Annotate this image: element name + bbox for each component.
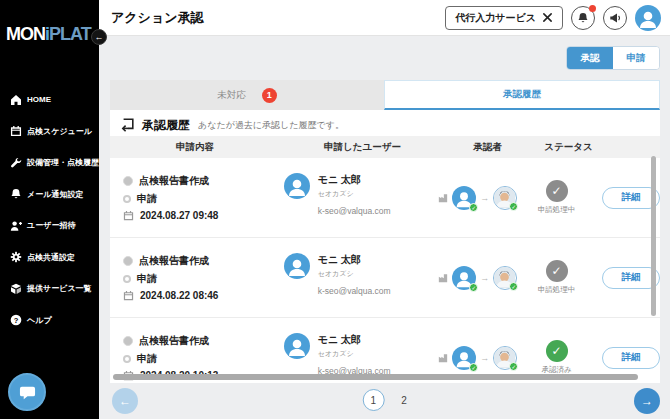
flow-arrow-icon: → <box>480 273 489 283</box>
vertical-scrollbar[interactable] <box>651 156 656 316</box>
approved-badge-icon: ✓ <box>509 202 518 211</box>
sidebar-item-label: 提供サービス一覧 <box>27 283 92 294</box>
sidebar-collapse-button[interactable]: ← <box>91 29 107 45</box>
bell-icon <box>577 12 589 24</box>
sidebar-item-label: 点検共通設定 <box>27 252 75 263</box>
next-page-button[interactable]: → <box>634 388 660 414</box>
solid-bullet-icon <box>123 336 133 346</box>
tab-pending[interactable]: 未対応 1 <box>110 80 384 110</box>
detail-button[interactable]: 詳細 <box>602 347 660 369</box>
sidebar-item-4[interactable]: ユーザー招待 <box>0 210 99 242</box>
horizontal-scrollbar[interactable] <box>113 374 638 380</box>
gear-icon <box>10 251 22 263</box>
user-kana: セオカズシ <box>318 189 391 199</box>
wrench-icon <box>10 157 22 169</box>
table-row-0: 点検報告書作成 申請 2024.08.27 09:48 モニ 太郎 セオカズシ … <box>110 158 660 238</box>
cell-requesting-user: モニ 太郎 セオカズシ k-seo@valqua.com <box>276 238 437 317</box>
chat-bubble-button[interactable] <box>8 373 46 411</box>
home-icon <box>10 94 22 106</box>
bell-icon <box>10 188 22 200</box>
tab-approval-history[interactable]: 承認履歴 <box>384 80 660 110</box>
status-label: 申請処理中 <box>538 285 576 295</box>
sidebar-item-2[interactable]: 設備管理・点検履歴 <box>0 147 99 179</box>
request-datetime: 2024.08.27 09:48 <box>140 210 218 221</box>
section-title: 承認履歴 <box>142 117 190 134</box>
sidebar-item-3[interactable]: メール通知設定 <box>0 179 99 211</box>
user-kana: セオカズシ <box>318 269 391 279</box>
ring-bullet-icon <box>123 195 131 203</box>
proxy-input-service-button[interactable]: 代行入力サービス <box>445 6 563 30</box>
sidebar-item-5[interactable]: 点検共通設定 <box>0 242 99 274</box>
sidebar-item-6[interactable]: 提供サービス一覧 <box>0 273 99 305</box>
history-icon <box>120 118 134 132</box>
sidebar-item-label: 設備管理・点検履歴 <box>27 157 99 168</box>
toggle-option-apply[interactable]: 申請 <box>613 47 659 69</box>
main-area: アクション承認 代行入力サービス 承認 申請 <box>99 0 670 419</box>
tab-pending-label: 未対応 <box>217 89 246 102</box>
user-avatar-button[interactable] <box>635 5 661 31</box>
services-icon <box>10 283 22 295</box>
solid-bullet-icon <box>123 176 133 186</box>
table-header: 申請内容 申請したユーザー 承認者 ステータス <box>110 136 660 158</box>
request-type: 申請 <box>137 272 157 286</box>
ring-bullet-icon <box>123 355 131 363</box>
approved-badge-icon: ✓ <box>509 362 518 371</box>
organization-icon <box>438 273 448 283</box>
cell-approver: ✓ → ✓ <box>436 158 519 237</box>
approver-avatar: ✓ <box>452 266 476 290</box>
flow-arrow-icon: → <box>480 353 489 363</box>
notification-bell-button[interactable] <box>571 6 595 30</box>
user-email: k-seo@valqua.com <box>318 286 391 296</box>
flow-arrow-icon: → <box>480 193 489 203</box>
chat-icon <box>19 384 36 401</box>
sidebar-item-label: ユーザー招待 <box>27 220 75 231</box>
prev-arrow-icon: ← <box>119 394 131 408</box>
page-title: アクション承認 <box>111 9 204 27</box>
sidebar-item-label: HOME <box>27 95 51 104</box>
sidebar-item-label: メール通知設定 <box>27 189 83 200</box>
notification-dot <box>589 5 596 12</box>
calendar-icon <box>123 290 134 301</box>
section-subtitle: あなたが過去に承認した履歴です。 <box>198 119 344 132</box>
page-button-2[interactable]: 2 <box>401 395 407 406</box>
table-row-1: 点検報告書作成 申請 2024.08.22 08:46 モニ 太郎 セオカズシ … <box>110 238 660 318</box>
pending-count-badge: 1 <box>262 88 277 103</box>
request-title: 点検報告書作成 <box>139 254 209 268</box>
tools-icon <box>542 12 553 23</box>
sidebar-item-7[interactable]: ヘルプ <box>0 305 99 337</box>
tab-bar: 未対応 1 承認履歴 <box>110 80 660 110</box>
requester-avatar <box>284 253 310 279</box>
cell-status: ✓ 申請処理中 <box>519 238 594 317</box>
toggle-option-approve[interactable]: 承認 <box>567 47 613 69</box>
page-button-1[interactable]: 1 <box>362 389 384 411</box>
request-type: 申請 <box>137 192 157 206</box>
cell-requesting-user: モニ 太郎 セオカズシ k-seo@valqua.com <box>276 158 437 237</box>
announcements-button[interactable] <box>603 6 627 30</box>
requester-avatar <box>284 173 310 199</box>
proxy-button-label: 代行入力サービス <box>455 11 536 25</box>
approver-avatar: ✓ <box>452 186 476 210</box>
cell-status: ✓ 申請処理中 <box>519 158 594 237</box>
approval-history-panel: 承認履歴 あなたが過去に承認した履歴です。 申請内容 申請したユーザー 承認者 … <box>110 110 660 383</box>
organization-icon <box>438 193 448 203</box>
tab-history-label: 承認履歴 <box>503 88 541 101</box>
sidebar-item-0[interactable]: HOME <box>0 84 99 116</box>
user-name: モニ 太郎 <box>318 253 391 267</box>
sidebar-item-1[interactable]: 点検スケジュール <box>0 116 99 148</box>
approve-apply-toggle: 承認 申請 <box>566 46 660 70</box>
user-kana: セオカズシ <box>318 349 391 359</box>
status-check-icon: ✓ <box>546 180 568 202</box>
sidebar-item-label: ヘルプ <box>27 315 52 326</box>
approved-badge-icon: ✓ <box>509 282 518 291</box>
approved-badge-icon: ✓ <box>469 203 478 212</box>
app-logo[interactable]: MONiPLAT <box>0 0 99 45</box>
prev-page-button[interactable]: ← <box>112 388 138 414</box>
user-plus-icon <box>10 220 22 232</box>
approved-badge-icon: ✓ <box>469 363 478 372</box>
ring-bullet-icon <box>123 275 131 283</box>
user-name: モニ 太郎 <box>318 333 391 347</box>
col-header-content: 申請内容 <box>110 141 280 154</box>
status-label: 申請処理中 <box>538 205 576 215</box>
sidebar: MONiPLAT ← HOME 点検スケジュール 設備管理・点検履歴 メール通知… <box>0 0 99 419</box>
calendar-icon <box>123 210 134 221</box>
